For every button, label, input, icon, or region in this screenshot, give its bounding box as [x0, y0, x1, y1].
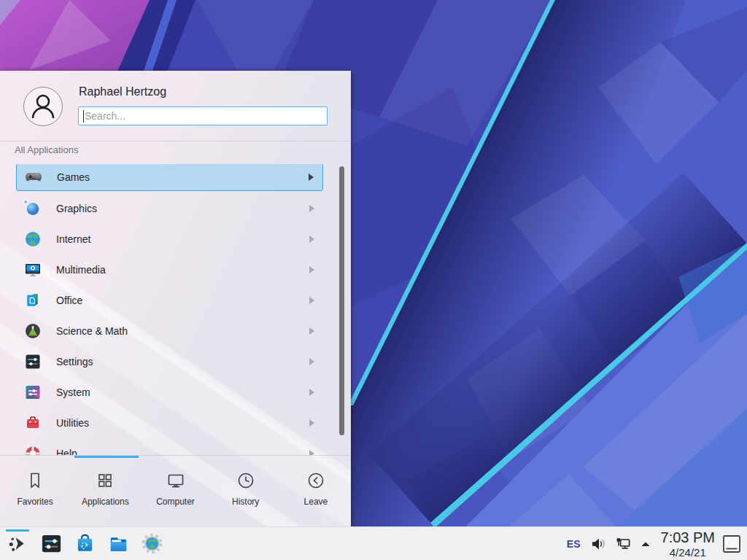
- category-multimedia[interactable]: Multimedia: [16, 257, 323, 283]
- submenu-arrow-icon: [309, 358, 314, 365]
- tab-computer[interactable]: Computer: [140, 460, 210, 526]
- active-app-indicator: [6, 529, 29, 532]
- search-input[interactable]: [79, 107, 327, 125]
- category-office[interactable]: Office: [16, 287, 323, 314]
- category-internet[interactable]: Internet: [16, 226, 323, 252]
- volume-icon[interactable]: [589, 535, 607, 553]
- category-games[interactable]: Games: [16, 164, 323, 191]
- application-launcher-menu: Raphael Hertzog All Applications Game: [0, 71, 351, 526]
- active-tab-indicator: [74, 456, 139, 458]
- kde-launcher-icon: [7, 532, 29, 555]
- tab-favorites[interactable]: Favorites: [0, 460, 70, 526]
- application-launcher-button[interactable]: [4, 529, 31, 559]
- settings-sliders-icon: [24, 353, 42, 370]
- category-science-math[interactable]: Science & Math: [16, 318, 323, 344]
- section-label: All Applications: [15, 144, 78, 155]
- keyboard-layout-indicator[interactable]: ES: [567, 538, 581, 550]
- leave-back-icon: [306, 470, 326, 491]
- submenu-arrow-icon: [309, 327, 314, 335]
- submenu-arrow-icon: [309, 389, 314, 396]
- header-separator: [0, 141, 351, 141]
- clock-time: 7:03 PM: [661, 530, 715, 545]
- app-grid-icon: [95, 470, 115, 491]
- launcher-header: Raphael Hertzog: [0, 71, 351, 141]
- category-graphics[interactable]: Graphics: [16, 195, 323, 222]
- science-flask-icon: [24, 322, 42, 340]
- user-name: Raphael Hertzog: [79, 85, 166, 98]
- web-browser-button[interactable]: [139, 529, 165, 559]
- submenu-arrow-icon: [309, 266, 314, 273]
- list-scrollbar[interactable]: [339, 166, 344, 435]
- multimedia-monitor-icon: [24, 261, 42, 279]
- graphics-sphere-icon: [24, 200, 42, 217]
- submenu-arrow-icon: [309, 236, 314, 243]
- category-system[interactable]: System: [16, 379, 323, 405]
- submenu-arrow-icon: [309, 174, 314, 181]
- show-desktop-button[interactable]: [722, 534, 741, 554]
- submenu-arrow-icon: [309, 205, 314, 212]
- text-caret: [83, 110, 84, 122]
- tab-leave[interactable]: Leave: [281, 460, 351, 526]
- category-help[interactable]: Help: [16, 440, 323, 455]
- globe-icon: [24, 230, 42, 248]
- office-documents-icon: [24, 292, 42, 309]
- system-settings-button[interactable]: [38, 529, 64, 559]
- tabbar-separator: [0, 455, 351, 456]
- user-avatar-icon: [24, 88, 62, 125]
- search-box[interactable]: [78, 106, 328, 125]
- clock-date: 4/24/21: [661, 547, 715, 558]
- tab-applications[interactable]: Applications: [70, 460, 140, 526]
- system-tray: ES 7:03 PM 4/24/21: [567, 527, 743, 560]
- system-sliders-icon: [24, 384, 42, 401]
- digital-clock[interactable]: 7:03 PM 4/24/21: [661, 530, 715, 558]
- dolphin-folder-icon: [107, 532, 130, 555]
- expand-tray-caret-icon[interactable]: [639, 537, 652, 551]
- history-clock-icon: [236, 470, 256, 491]
- help-lifering-icon: [24, 445, 42, 455]
- computer-monitor-icon: [166, 470, 186, 491]
- category-utilities[interactable]: Utilities: [16, 410, 323, 436]
- user-avatar[interactable]: [23, 87, 63, 126]
- bookmark-icon: [25, 470, 45, 491]
- file-manager-button[interactable]: [105, 529, 131, 559]
- submenu-arrow-icon: [309, 450, 314, 455]
- globe-gear-icon: [141, 532, 163, 555]
- discover-bag-icon: [74, 532, 96, 555]
- discover-button[interactable]: [71, 529, 98, 559]
- submenu-arrow-icon: [309, 419, 314, 427]
- submenu-arrow-icon: [309, 297, 314, 304]
- network-icon[interactable]: [614, 535, 632, 553]
- taskbar-panel: ES 7:03 PM 4/24/21: [0, 526, 747, 560]
- category-settings[interactable]: Settings: [16, 349, 323, 375]
- launcher-tabbar: Favorites Applications Computer: [0, 460, 351, 526]
- tab-history[interactable]: History: [211, 460, 281, 526]
- category-list: Games Graphics Internet: [0, 164, 351, 455]
- utilities-toolbox-icon: [24, 414, 42, 432]
- system-settings-icon: [40, 532, 63, 555]
- taskbar-apps: [0, 529, 165, 559]
- gamepad-icon: [25, 168, 42, 186]
